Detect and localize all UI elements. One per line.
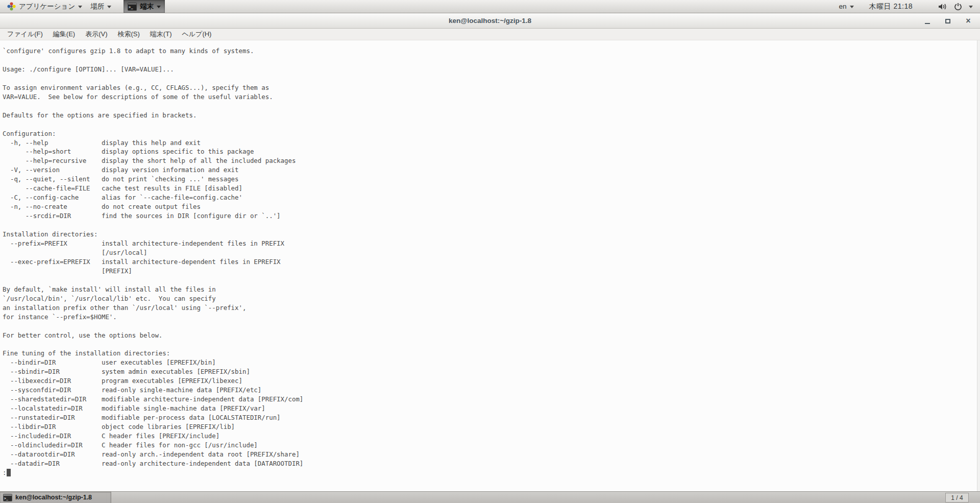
chevron-down-icon	[107, 6, 111, 8]
terminal-scrollbar[interactable]	[977, 40, 980, 491]
applications-icon	[7, 2, 16, 11]
text-cursor	[7, 469, 11, 476]
volume-icon[interactable]	[938, 3, 947, 11]
terminal-screen[interactable]: `configure' configures gzip 1.8 to adapt…	[0, 40, 980, 491]
pager-prompt: :	[3, 468, 6, 477]
menu-terminal[interactable]: 端末(T)	[145, 29, 177, 40]
close-icon: ×	[966, 17, 970, 25]
applications-menu[interactable]: アプリケーション	[3, 0, 86, 13]
window-title: ken@localhost:~/gzip-1.8	[449, 17, 531, 25]
terminal-icon: >_	[3, 494, 12, 501]
top-panel-right: en 木曜日 21:18	[835, 0, 973, 13]
minimize-button[interactable]	[921, 14, 934, 28]
svg-text:>_: >_	[129, 5, 133, 9]
taskbar-item-label: ken@localhost:~/gzip-1.8	[15, 494, 92, 501]
chevron-down-icon	[157, 6, 161, 8]
menu-edit[interactable]: 編集(E)	[48, 29, 80, 40]
terminal-menubar: ファイル(F) 編集(E) 表示(V) 検索(S) 端末(T) ヘルプ(H)	[0, 29, 980, 40]
menu-search[interactable]: 検索(S)	[113, 29, 145, 40]
terminal-icon: >_	[128, 3, 137, 11]
pager-prompt-line: :	[0, 468, 980, 477]
window-controls: ×	[921, 13, 975, 29]
bottom-panel: >_ ken@localhost:~/gzip-1.8 1 / 4	[0, 491, 980, 503]
workspace-indicator-label: 1 / 4	[951, 494, 963, 501]
maximize-icon	[945, 19, 950, 23]
power-icon[interactable]	[954, 3, 962, 11]
close-button[interactable]: ×	[962, 14, 975, 28]
maximize-button[interactable]	[941, 14, 954, 28]
applications-menu-label: アプリケーション	[19, 2, 75, 11]
window-titlebar[interactable]: ken@localhost:~/gzip-1.8 ×	[0, 13, 980, 29]
places-menu-label: 場所	[90, 2, 104, 11]
top-panel: アプリケーション 場所 >_ 端末 en 木曜日 21:18	[0, 0, 980, 13]
terminal-output: `configure' configures gzip 1.8 to adapt…	[0, 40, 980, 468]
taskbar-item-terminal[interactable]: >_ ken@localhost:~/gzip-1.8	[0, 492, 111, 503]
workspace-switcher[interactable]: 1 / 4	[945, 493, 969, 502]
chevron-down-icon	[78, 6, 82, 8]
minimize-icon	[925, 23, 930, 24]
menu-file[interactable]: ファイル(F)	[2, 29, 48, 40]
chevron-down-icon	[850, 6, 854, 8]
svg-text:>_: >_	[4, 496, 8, 500]
chevron-down-icon[interactable]	[969, 6, 973, 8]
menu-help[interactable]: ヘルプ(H)	[177, 29, 216, 40]
keyboard-layout-indicator[interactable]: en	[835, 0, 858, 13]
active-app-label: 端末	[140, 2, 154, 11]
active-app-menu-terminal[interactable]: >_ 端末	[124, 0, 165, 13]
status-icons	[938, 3, 973, 11]
menu-view[interactable]: 表示(V)	[80, 29, 112, 40]
clock[interactable]: 木曜日 21:18	[865, 2, 917, 11]
keyboard-layout-label: en	[839, 3, 847, 10]
places-menu[interactable]: 場所	[86, 0, 115, 13]
